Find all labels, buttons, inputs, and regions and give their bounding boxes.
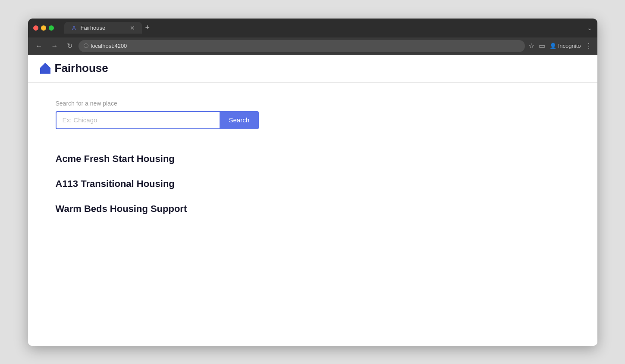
logo-text: Fairhouse [55, 62, 108, 75]
new-tab-button[interactable]: + [145, 23, 150, 32]
toolbar-right: ☆ ▭ 👤 Incognito ⋮ [528, 42, 592, 50]
browser-titlebar: A Fairhouse ✕ + ⌄ [28, 19, 597, 37]
results-list: Acme Fresh Start Housing A113 Transition… [56, 146, 570, 221]
incognito-badge[interactable]: 👤 Incognito [550, 43, 581, 49]
address-bar[interactable]: ⓘ localhost:4200 [79, 40, 525, 52]
browser-window: A Fairhouse ✕ + ⌄ ← → ↻ ⓘ localhost:4200… [28, 19, 597, 346]
search-button[interactable]: Search [220, 111, 259, 129]
page-main: Search for a new place Search Acme Fresh… [28, 83, 597, 239]
tab-favicon-icon: A [71, 25, 77, 31]
list-item: A113 Transitional Housing [56, 171, 570, 196]
result-title-1[interactable]: Acme Fresh Start Housing [56, 153, 175, 164]
result-title-2[interactable]: A113 Transitional Housing [56, 178, 175, 189]
search-row: Search [56, 111, 570, 129]
app-header: Fairhouse [28, 55, 597, 83]
reload-button[interactable]: ↻ [64, 40, 75, 52]
incognito-label: Incognito [558, 43, 581, 49]
tab-close-button[interactable]: ✕ [130, 25, 135, 31]
incognito-icon: 👤 [550, 43, 556, 49]
secure-icon: ⓘ [84, 43, 88, 49]
search-input[interactable] [56, 111, 220, 129]
logo[interactable]: Fairhouse [38, 62, 108, 75]
browser-toolbar: ← → ↻ ⓘ localhost:4200 ☆ ▭ 👤 Incognito ⋮ [28, 37, 597, 55]
svg-rect-0 [44, 70, 47, 74]
forward-button[interactable]: → [49, 40, 61, 52]
minimize-button[interactable] [41, 25, 46, 31]
cast-icon[interactable]: ▭ [539, 42, 545, 50]
close-button[interactable] [33, 25, 38, 31]
address-text: localhost:4200 [91, 43, 127, 49]
page-content: Fairhouse Search for a new place Search … [28, 55, 597, 346]
back-button[interactable]: ← [33, 40, 45, 52]
search-label: Search for a new place [56, 100, 570, 107]
browser-tab-fairhouse[interactable]: A Fairhouse ✕ [64, 22, 142, 34]
list-item: Warm Beds Housing Support [56, 196, 570, 221]
traffic-lights [33, 25, 54, 31]
tab-dropdown-icon[interactable]: ⌄ [587, 25, 592, 31]
bookmark-star-icon[interactable]: ☆ [528, 42, 534, 50]
more-menu-icon[interactable]: ⋮ [585, 42, 592, 50]
tab-bar: A Fairhouse ✕ + [64, 22, 150, 34]
maximize-button[interactable] [49, 25, 54, 31]
result-title-3[interactable]: Warm Beds Housing Support [56, 203, 187, 214]
list-item: Acme Fresh Start Housing [56, 146, 570, 171]
house-icon [38, 62, 52, 75]
tab-title: Fairhouse [81, 25, 126, 31]
